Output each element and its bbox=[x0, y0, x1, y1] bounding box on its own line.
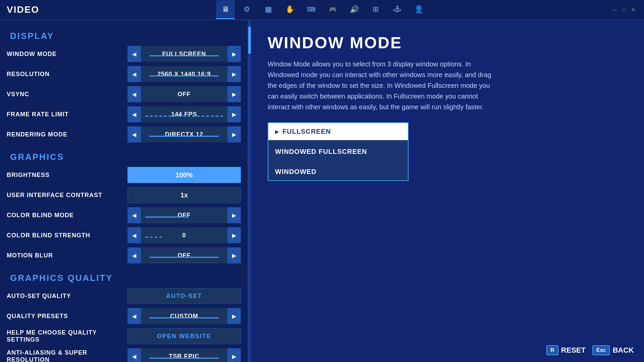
reset-button[interactable]: R RESET bbox=[546, 345, 586, 355]
option-windowed[interactable]: WINDOWED bbox=[268, 163, 408, 180]
color-blind-strength-bar bbox=[145, 237, 163, 238]
quality-presets-label: QUALITY PRESETS bbox=[7, 313, 127, 320]
graphics-quality-header: GRAPHICS QUALITY bbox=[0, 269, 248, 286]
rendering-mode-value: DIRECTX 12 bbox=[141, 131, 227, 138]
back-button[interactable]: Esc BACK bbox=[592, 345, 634, 355]
rendering-mode-row: RENDERING MODE ◀ DIRECTX 12 ▶ bbox=[0, 124, 248, 144]
frame-rate-next[interactable]: ▶ bbox=[227, 106, 241, 122]
anti-aliasing-control: ◀ TSR EPIC ▶ bbox=[127, 348, 241, 362]
brightness-value: 100% bbox=[131, 171, 237, 179]
help-choose-label: HELP ME CHOOSE QUALITY SETTINGS bbox=[7, 329, 127, 343]
resolution-value: 2560 X 1440 16:9 bbox=[141, 71, 227, 78]
anti-aliasing-prev[interactable]: ◀ bbox=[127, 348, 141, 362]
window-mode-next[interactable]: ▶ bbox=[227, 46, 241, 62]
color-blind-mode-value: OFF bbox=[141, 212, 227, 219]
anti-aliasing-next[interactable]: ▶ bbox=[227, 348, 241, 362]
resolution-control: ◀ 2560 X 1440 16:9 ▶ bbox=[127, 66, 241, 82]
window-mode-label: WINDOW MODE bbox=[7, 51, 127, 58]
anti-aliasing-bar bbox=[150, 358, 219, 359]
resolution-label: RESOLUTION bbox=[7, 71, 127, 78]
open-website-btn[interactable]: OPEN WEBSITE bbox=[127, 328, 241, 344]
maximize-button[interactable]: □ bbox=[620, 6, 628, 14]
quality-presets-bar bbox=[150, 317, 219, 318]
back-key: Esc bbox=[592, 345, 610, 355]
option-windowed-label: WINDOWED bbox=[275, 168, 317, 176]
quality-presets-next[interactable]: ▶ bbox=[227, 308, 241, 324]
anti-aliasing-label: ANTI-ALIASING & SUPER RESOLUTION bbox=[7, 349, 127, 362]
nav-controller-alt[interactable]: 🎮 bbox=[323, 0, 342, 19]
color-blind-mode-row: COLOR BLIND MODE ◀ OFF ▶ bbox=[0, 205, 248, 225]
quality-presets-prev[interactable]: ◀ bbox=[127, 308, 141, 324]
frame-rate-value: 144 FPS bbox=[141, 111, 227, 118]
color-blind-mode-label: COLOR BLIND MODE bbox=[7, 212, 127, 219]
color-blind-strength-next[interactable]: ▶ bbox=[227, 227, 241, 243]
motion-blur-prev[interactable]: ◀ bbox=[127, 247, 141, 263]
nav-layout[interactable]: ▦ bbox=[259, 0, 278, 19]
option-fullscreen-arrow: ▶ bbox=[275, 129, 279, 134]
motion-blur-row: MOTION BLUR ◀ OFF ▶ bbox=[0, 245, 248, 265]
help-choose-row: HELP ME CHOOSE QUALITY SETTINGS OPEN WEB… bbox=[0, 326, 248, 346]
auto-set-quality-btn[interactable]: AUTO-SET bbox=[127, 288, 241, 304]
anti-aliasing-row: ANTI-ALIASING & SUPER RESOLUTION ◀ TSR E… bbox=[0, 346, 248, 362]
option-windowed-fullscreen-label: WINDOWED FULLSCREEN bbox=[275, 148, 367, 156]
right-panel: WINDOW MODE Window Mode allows you to se… bbox=[251, 20, 644, 362]
color-blind-strength-value: 0 bbox=[141, 232, 227, 239]
option-separator-2 bbox=[268, 162, 408, 162]
nav-gamepad[interactable]: 🕹 bbox=[388, 0, 407, 19]
window-mode-row: WINDOW MODE ◀ FULLSCREEN ▶ bbox=[0, 44, 248, 64]
frame-rate-bar bbox=[145, 116, 223, 117]
color-blind-mode-prev[interactable]: ◀ bbox=[127, 207, 141, 223]
color-blind-strength-row: COLOR BLIND STRENGTH ◀ 0 ▶ bbox=[0, 225, 248, 245]
motion-blur-label: MOTION BLUR bbox=[7, 252, 127, 259]
footer-actions: R RESET Esc BACK bbox=[546, 345, 634, 355]
color-blind-mode-next[interactable]: ▶ bbox=[227, 207, 241, 223]
rendering-mode-control: ◀ DIRECTX 12 ▶ bbox=[127, 126, 241, 142]
display-header: DISPLAY bbox=[0, 27, 248, 44]
rendering-bar bbox=[150, 136, 219, 137]
brightness-row: BRIGHTNESS 100% bbox=[0, 165, 248, 185]
frame-rate-prev[interactable]: ◀ bbox=[127, 106, 141, 122]
color-blind-strength-label: COLOR BLIND STRENGTH bbox=[7, 232, 127, 239]
nav-keyboard[interactable]: ⌨ bbox=[302, 0, 321, 19]
resolution-prev[interactable]: ◀ bbox=[127, 66, 141, 82]
close-button[interactable]: ✕ bbox=[629, 6, 637, 14]
main-layout: DISPLAY WINDOW MODE ◀ FULLSCREEN ▶ RESOL… bbox=[0, 20, 644, 362]
ui-contrast-control[interactable]: 1x bbox=[127, 187, 241, 203]
vsync-label: VSYNC bbox=[7, 91, 127, 98]
nav-touch[interactable]: ✋ bbox=[280, 0, 299, 19]
scroll-thumb[interactable] bbox=[248, 27, 251, 54]
resolution-bar bbox=[150, 75, 219, 76]
window-mode-value: FULLSCREEN bbox=[141, 51, 227, 58]
color-blind-strength-control: ◀ 0 ▶ bbox=[127, 227, 241, 243]
window-mode-prev[interactable]: ◀ bbox=[127, 46, 141, 62]
brightness-label: BRIGHTNESS bbox=[7, 172, 127, 179]
brightness-control[interactable]: 100% bbox=[127, 167, 241, 183]
auto-set-quality-row: AUTO-SET QUALITY AUTO-SET bbox=[0, 286, 248, 306]
reset-label: RESET bbox=[561, 346, 586, 355]
rendering-mode-next[interactable]: ▶ bbox=[227, 126, 241, 142]
option-windowed-fullscreen[interactable]: WINDOWED FULLSCREEN bbox=[268, 143, 408, 160]
motion-blur-control: ◀ OFF ▶ bbox=[127, 247, 241, 263]
scrollbar[interactable] bbox=[248, 20, 251, 362]
nav-dashboard[interactable]: ⊞ bbox=[366, 0, 385, 19]
vsync-next[interactable]: ▶ bbox=[227, 86, 241, 102]
nav-profile[interactable]: 👤 bbox=[409, 0, 428, 19]
back-label: BACK bbox=[612, 346, 634, 355]
resolution-next[interactable]: ▶ bbox=[227, 66, 241, 82]
vsync-prev[interactable]: ◀ bbox=[127, 86, 141, 102]
option-fullscreen[interactable]: ▶ FULLSCREEN bbox=[268, 123, 408, 140]
nav-gear[interactable]: ⚙ bbox=[237, 0, 256, 19]
vsync-value: OFF bbox=[141, 91, 227, 98]
vsync-row: VSYNC ◀ OFF ▶ bbox=[0, 84, 248, 104]
resolution-row: RESOLUTION ◀ 2560 X 1440 16:9 ▶ bbox=[0, 64, 248, 84]
option-fullscreen-label: FULLSCREEN bbox=[282, 128, 331, 135]
minimize-button[interactable]: — bbox=[610, 6, 619, 14]
motion-blur-next[interactable]: ▶ bbox=[227, 247, 241, 263]
color-blind-strength-prev[interactable]: ◀ bbox=[127, 227, 141, 243]
nav-monitor[interactable]: 🖥 bbox=[216, 0, 235, 19]
nav-audio[interactable]: 🔊 bbox=[345, 0, 364, 19]
quality-presets-row: QUALITY PRESETS ◀ CUSTOM ▶ bbox=[0, 306, 248, 326]
rendering-mode-prev[interactable]: ◀ bbox=[127, 126, 141, 142]
option-separator-1 bbox=[268, 141, 408, 142]
anti-aliasing-value: TSR EPIC bbox=[141, 353, 227, 360]
